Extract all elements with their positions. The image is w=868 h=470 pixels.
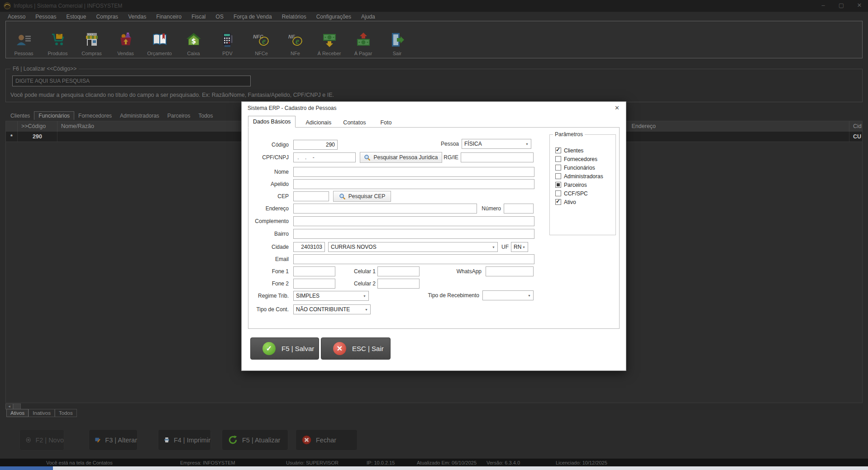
checkbox-administradoras[interactable]: ✓ Administradoras [555,173,603,180]
whatsapp-field[interactable] [486,266,534,276]
tab-clientes[interactable]: Clientes [6,112,34,120]
tab-todos[interactable]: Todos [195,112,217,120]
menu-acesso[interactable]: Acesso [3,14,30,20]
complemento-field[interactable] [293,216,534,226]
toolbar-a-receber[interactable]: Á Receber [312,21,346,58]
rgie-label: RG/IE [436,152,458,162]
codigo-field[interactable]: 290 [293,140,338,150]
checkbox-fornecedores[interactable]: ✓ Fornecedores [555,156,597,162]
menu-vendas[interactable]: Vendas [123,14,151,20]
pesquisar-pj-button[interactable]: Pesquisar Pessoa Jurídica [360,152,442,163]
dialog-tabs: Dados Básicos Adicionais Contatos Foto [248,116,397,128]
checkbox-label: CCF/SPC [564,190,588,197]
minimize-button[interactable]: – [817,2,829,9]
close-button[interactable]: ✕ [854,2,865,9]
checkbox[interactable]: ✓ [555,165,561,171]
tab-fornecedores[interactable]: Fornecedores [74,112,116,120]
salvar-button[interactable]: ✓ F5 | Salvar [250,337,319,360]
pesquisar-cep-button[interactable]: Pesquisar CEP [333,191,391,202]
cidade-codigo-field[interactable]: 2403103 [293,242,325,252]
menu-fiscal[interactable]: Fiscal [186,14,210,20]
alterar-button[interactable]: F3 | Alterar [89,429,138,451]
pessoa-select[interactable]: FÍSICA▼ [462,139,531,149]
maximize-button[interactable]: ▢ [835,2,847,9]
tab-funcionarios[interactable]: Funcionários [34,111,74,120]
apelido-field[interactable] [293,179,534,189]
tipo-cont-select[interactable]: NÃO CONTRIBUINTE▼ [293,304,371,314]
toolbar-orcamento[interactable]: Orçamento [143,21,176,58]
sair-button[interactable]: ✕ ESC | Sair [321,337,391,360]
checkbox-ccf-spc[interactable]: ✓ CCF/SPC [555,190,588,197]
toolbar-a-pagar[interactable]: Á Pagar [346,21,380,58]
imprimir-button[interactable]: F4 | Imprimir [158,429,211,451]
celular2-field[interactable] [377,279,420,289]
checkbox[interactable]: ✓ [555,156,561,162]
menu-relatorios[interactable]: Relatórios [277,14,311,20]
rgie-field[interactable] [461,152,534,162]
toolbar-vendas[interactable]: Vendas [109,21,143,58]
cep-field[interactable] [293,191,329,201]
tab-foto[interactable]: Foto [375,118,397,128]
toolbar-pessoas[interactable]: Pessoas [7,21,41,58]
fechar-button[interactable]: Fechar [296,429,358,451]
tab-todos-bottom[interactable]: Todos [55,409,77,417]
email-field[interactable] [293,254,534,264]
checkbox-parceiros[interactable]: ✓ Parceiros [555,181,587,188]
horizontal-scrollbar[interactable]: ◂ [5,404,863,410]
search-input[interactable]: DIGITE AQUI SUA PESQUISA [12,76,251,86]
tab-contatos[interactable]: Contatos [338,118,371,128]
menu-configuracoes[interactable]: Configurações [311,14,356,20]
menu-forca-de-venda[interactable]: Força de Venda [229,14,277,20]
toolbar-compras[interactable]: Compras [75,21,109,58]
checkbox[interactable]: ✓ [555,182,561,188]
numero-field[interactable] [504,204,534,214]
checkbox[interactable]: ✓ [555,199,561,205]
pos-terminal-icon [219,30,236,50]
uf-select[interactable]: RN▼ [511,242,528,252]
checkbox-funcionarios[interactable]: ✓ Funcionários [555,164,595,171]
toolbar-nfe[interactable]: NFe NFe [278,21,312,58]
tab-adicionais[interactable]: Adicionais [300,118,337,128]
checkbox-clientes[interactable]: ✓ Clientes [555,147,583,154]
toolbar-pdv[interactable]: PDV [210,21,244,58]
cidade-value: CURRAIS NOVOS [331,244,377,250]
celular1-field[interactable] [377,266,420,276]
checkbox[interactable]: ✓ [555,147,561,153]
close-circle-icon [301,435,312,445]
checkbox-ativo[interactable]: ✓ Ativo [555,199,576,205]
money-out-icon [355,30,372,50]
grid-header-cidade[interactable]: Cid [849,121,862,132]
menu-compras[interactable]: Compras [91,14,123,20]
fone2-field[interactable] [293,279,335,289]
fone1-field[interactable] [293,266,335,276]
tab-administradoras[interactable]: Administradoras [116,112,163,120]
toolbar-sair[interactable]: Sair [380,21,414,58]
regime-select[interactable]: SIMPLES▼ [293,291,369,301]
bairro-field[interactable] [293,229,534,239]
menu-ajuda[interactable]: Ajuda [356,14,380,20]
toolbar-nfce[interactable]: NFCe NFCe [244,21,278,58]
tab-parceiros[interactable]: Parceiros [163,112,195,120]
menu-pessoas[interactable]: Pessoas [30,14,61,20]
checkbox[interactable]: ✓ [555,173,561,179]
tipo-recebimento-select[interactable]: ▼ [482,290,534,300]
nfce-icon: NFCe [253,30,271,50]
dialog-close-icon[interactable]: ✕ [615,104,620,111]
toolbar-produtos[interactable]: Produtos [41,21,75,58]
menu-financeiro[interactable]: Financeiro [151,14,186,20]
menu-estoque[interactable]: Estoque [61,14,91,20]
cpf-field[interactable]: . . - [293,152,356,162]
tab-dados-basicos[interactable]: Dados Básicos [248,116,296,128]
nome-field[interactable] [293,167,534,177]
people-icon [16,30,32,50]
atualizar-button[interactable]: F5 | Atualizar [222,429,288,451]
grid-header-codigo[interactable]: >>Código [18,121,57,132]
menu-os[interactable]: OS [211,14,229,20]
toolbar-caixa[interactable]: $ Caixa [176,21,210,58]
cidade-select[interactable]: CURRAIS NOVOS▼ [328,242,498,252]
endereco-field[interactable] [293,204,477,214]
grid-header-endereco[interactable]: Endereço [626,121,849,132]
tab-ativos[interactable]: Ativos [6,409,29,417]
tab-inativos[interactable]: Inativos [29,409,55,417]
checkbox[interactable]: ✓ [555,190,561,196]
